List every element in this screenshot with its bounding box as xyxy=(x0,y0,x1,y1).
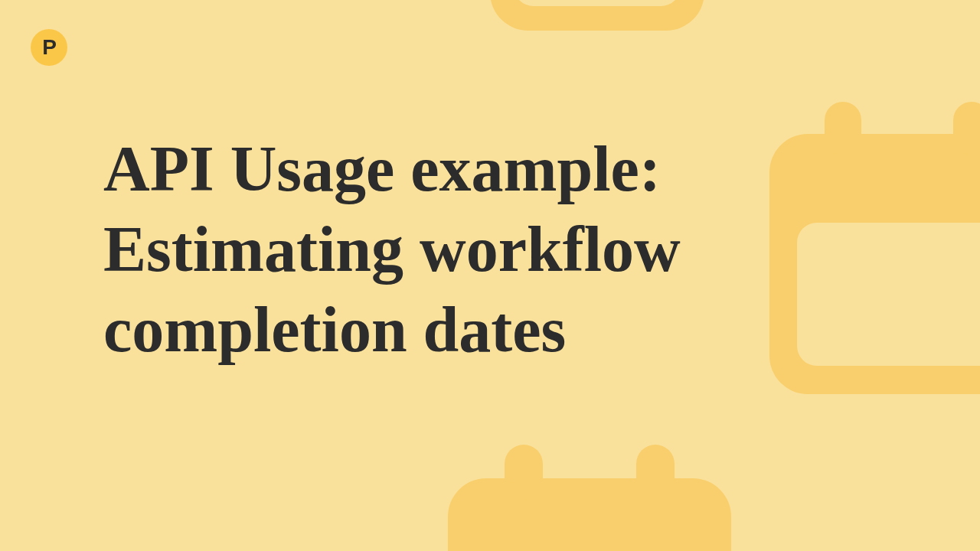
logo-letter: P xyxy=(42,35,56,60)
calendar-icon xyxy=(490,0,704,31)
calendar-icon xyxy=(448,478,731,551)
page-title: API Usage example: Estimating workflow c… xyxy=(103,129,884,370)
logo: P xyxy=(31,29,67,66)
